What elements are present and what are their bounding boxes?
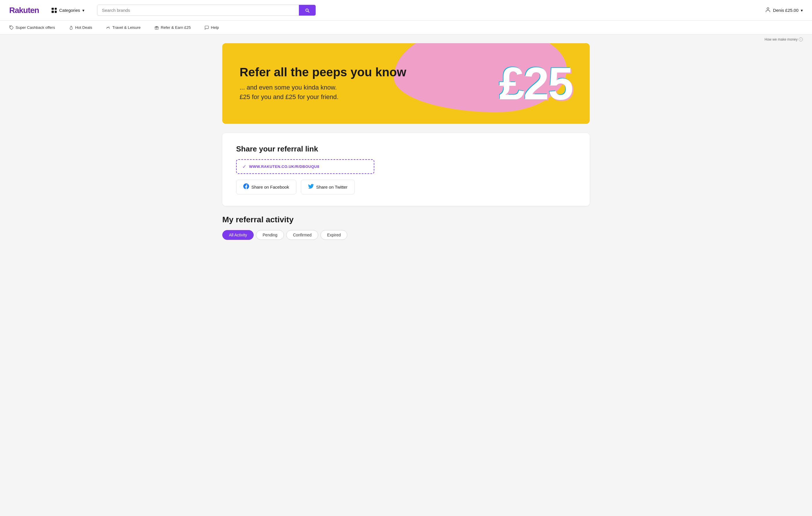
hero-subtitle-line1: ... and even some you kinda know. bbox=[239, 84, 337, 91]
user-label: Denis £25.00 bbox=[773, 8, 799, 13]
hero-title: Refer all the peeps you know bbox=[239, 65, 406, 79]
nav-super-cashback[interactable]: Super Cashback offers bbox=[9, 25, 55, 30]
facebook-icon bbox=[243, 183, 249, 191]
twitter-icon bbox=[308, 183, 314, 191]
categories-button[interactable]: Categories bbox=[48, 5, 88, 15]
nav-super-cashback-label: Super Cashback offers bbox=[16, 25, 55, 30]
categories-icon bbox=[52, 8, 57, 13]
nav-refer-earn-label: Refer & Earn £25 bbox=[161, 25, 191, 30]
info-icon: i bbox=[799, 37, 803, 41]
travel-icon bbox=[106, 25, 111, 30]
check-icon: ✓ bbox=[242, 164, 246, 169]
nav-travel-label: Travel & Leisure bbox=[112, 25, 141, 30]
activity-tabs: All Activity Pending Confirmed Expired bbox=[222, 230, 590, 240]
share-buttons: Share on Facebook Share on Twitter bbox=[236, 180, 576, 194]
search-button[interactable] bbox=[299, 5, 316, 16]
tab-confirmed[interactable]: Confirmed bbox=[286, 230, 318, 240]
how-money-label: How we make money bbox=[764, 37, 798, 41]
svg-point-0 bbox=[767, 8, 769, 10]
nav-help-label: Help bbox=[211, 25, 219, 30]
header: Rakuten Categories Denis £25.00 bbox=[0, 0, 812, 21]
share-facebook-label: Share on Facebook bbox=[251, 184, 289, 190]
referral-card-title: Share your referral link bbox=[236, 145, 576, 153]
share-twitter-button[interactable]: Share on Twitter bbox=[301, 180, 355, 194]
referral-link-box[interactable]: ✓ WWW.RAKUTEN.CO.UK/R/DBOUQU8 bbox=[236, 159, 374, 174]
nav-bar: Super Cashback offers Hot Deals Travel &… bbox=[0, 21, 812, 34]
chat-icon bbox=[204, 25, 209, 30]
hero-text: Refer all the peeps you know ... and eve… bbox=[239, 65, 406, 102]
nav-refer-earn[interactable]: Refer & Earn £25 bbox=[154, 25, 191, 30]
hero-subtitle-line2: £25 for you and £25 for your friend. bbox=[239, 93, 339, 101]
svg-point-1 bbox=[10, 26, 11, 27]
hero-subtitle: ... and even some you kinda know. £25 fo… bbox=[239, 83, 406, 102]
share-facebook-button[interactable]: Share on Facebook bbox=[236, 180, 296, 194]
gift-icon bbox=[154, 25, 159, 30]
tab-pending[interactable]: Pending bbox=[256, 230, 284, 240]
activity-title: My referral activity bbox=[222, 215, 590, 224]
account-chevron-icon bbox=[801, 8, 803, 13]
nav-help[interactable]: Help bbox=[204, 25, 219, 30]
nav-hot-deals[interactable]: Hot Deals bbox=[69, 25, 92, 30]
tag-icon bbox=[9, 25, 14, 30]
logo[interactable]: Rakuten bbox=[9, 6, 39, 15]
tab-all-activity[interactable]: All Activity bbox=[222, 230, 254, 240]
categories-label: Categories bbox=[59, 8, 80, 13]
share-twitter-label: Share on Twitter bbox=[316, 184, 348, 190]
chevron-down-icon bbox=[82, 8, 84, 13]
main-content: Refer all the peeps you know ... and eve… bbox=[213, 43, 599, 251]
user-account[interactable]: Denis £25.00 bbox=[765, 7, 803, 13]
referral-card: Share your referral link ✓ WWW.RAKUTEN.C… bbox=[222, 133, 590, 206]
user-icon bbox=[765, 7, 771, 13]
how-we-make-money[interactable]: How we make money i bbox=[0, 34, 812, 43]
search-container bbox=[97, 5, 316, 16]
tab-expired[interactable]: Expired bbox=[320, 230, 347, 240]
referral-url: WWW.RAKUTEN.CO.UK/R/DBOUQU8 bbox=[249, 165, 319, 169]
search-icon bbox=[304, 8, 310, 13]
activity-section: My referral activity All Activity Pendin… bbox=[222, 215, 590, 240]
flame-icon bbox=[69, 25, 74, 30]
nav-hot-deals-label: Hot Deals bbox=[75, 25, 92, 30]
search-input[interactable] bbox=[97, 5, 299, 16]
hero-banner: Refer all the peeps you know ... and eve… bbox=[222, 43, 590, 124]
nav-travel-leisure[interactable]: Travel & Leisure bbox=[106, 25, 141, 30]
hero-amount: £25 bbox=[499, 60, 573, 107]
